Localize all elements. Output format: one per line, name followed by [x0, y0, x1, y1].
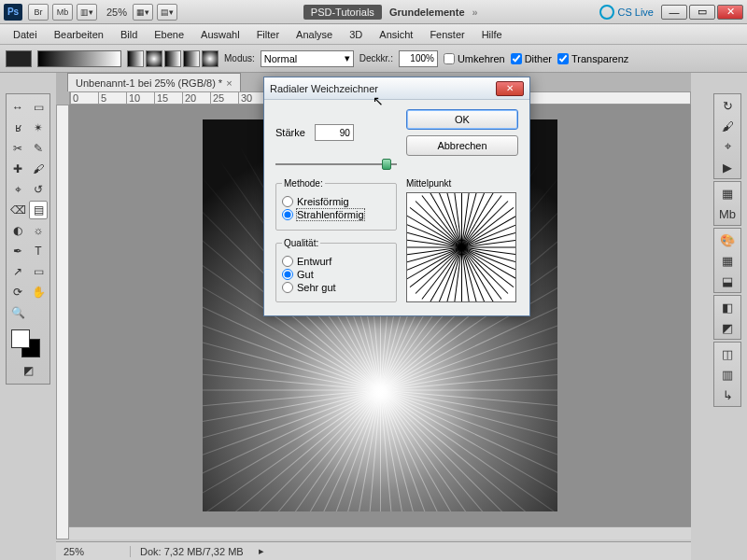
quality-legend: Qualität:: [282, 238, 320, 248]
magic-wand-tool[interactable]: ✴: [29, 119, 48, 137]
menu-hilfe[interactable]: Hilfe: [474, 26, 510, 43]
eraser-tool[interactable]: ⌫: [8, 201, 27, 219]
reverse-checkbox[interactable]: Umkehren: [444, 53, 505, 64]
gradient-tool[interactable]: ▤: [29, 201, 48, 219]
styles-panel-icon[interactable]: ⬓: [718, 273, 737, 289]
color-panel-icon[interactable]: 🎨: [718, 231, 737, 248]
app-logo: Ps: [4, 4, 22, 21]
blur-center-preview[interactable]: [406, 192, 516, 302]
status-doc-info[interactable]: Dok: 7,32 MB/7,32 MB: [131, 546, 253, 557]
menu-bar: Datei Bearbeiten Bild Ebene Auswahl Filt…: [0, 24, 747, 45]
swatches-panel-icon[interactable]: ▦: [718, 252, 737, 269]
gradient-reflected-icon[interactable]: [183, 50, 200, 67]
window-maximize-button[interactable]: ▭: [689, 5, 715, 20]
actions-panel-icon[interactable]: ▶: [718, 159, 737, 175]
workspace-name[interactable]: Grundelemente: [389, 7, 465, 18]
gradient-picker[interactable]: [37, 50, 121, 67]
menu-3d[interactable]: 3D: [342, 26, 370, 43]
gradient-diamond-icon[interactable]: [202, 50, 218, 67]
quality-draft-radio[interactable]: Entwurf: [282, 256, 390, 267]
gradient-radial-icon[interactable]: [146, 50, 162, 67]
move-tool[interactable]: ↔: [8, 98, 27, 117]
menu-datei[interactable]: Datei: [6, 26, 45, 43]
status-zoom[interactable]: 25%: [56, 546, 131, 557]
document-tab[interactable]: Unbenannt-1 bei 25% (RGB/8) * ×: [67, 73, 241, 91]
blur-tool[interactable]: ◐: [8, 221, 27, 240]
gradient-linear-icon[interactable]: [127, 50, 144, 67]
opacity-input[interactable]: 100%: [399, 50, 438, 67]
shape-tool[interactable]: ▭: [29, 262, 48, 281]
menu-fenster[interactable]: Fenster: [422, 26, 472, 43]
gradient-angle-icon[interactable]: [164, 50, 181, 67]
tool-preset-picker[interactable]: [6, 50, 32, 67]
method-zoom-radio[interactable]: Strahlenförmig: [282, 209, 390, 220]
marquee-tool[interactable]: ▭: [29, 98, 48, 117]
quality-good-radio[interactable]: Gut: [282, 269, 390, 280]
quality-best-radio[interactable]: Sehr gut: [282, 282, 390, 293]
channels-panel-icon[interactable]: ▥: [718, 366, 737, 383]
workspace-tag[interactable]: PSD-Tutorials: [303, 5, 382, 20]
amount-slider[interactable]: [275, 160, 397, 171]
transparency-checkbox[interactable]: Transparenz: [557, 53, 628, 64]
amount-input[interactable]: [315, 124, 354, 141]
menu-bild[interactable]: Bild: [113, 26, 145, 43]
cs-live-button[interactable]: CS Live: [599, 5, 654, 20]
zoom-tool[interactable]: 🔍: [8, 303, 27, 322]
menu-analyse[interactable]: Analyse: [289, 26, 340, 43]
bridge-button[interactable]: Br: [28, 4, 49, 21]
dither-checkbox[interactable]: Dither: [511, 53, 552, 64]
history-panel-icon[interactable]: ↻: [718, 97, 737, 114]
extras-button[interactable]: ▤▾: [157, 4, 177, 21]
dodge-tool[interactable]: ☼: [29, 221, 48, 240]
menu-ansicht[interactable]: Ansicht: [372, 26, 420, 43]
status-menu-icon[interactable]: ▸: [253, 545, 270, 557]
brush-tool[interactable]: 🖌: [29, 160, 48, 178]
quick-mask-toggle[interactable]: ◩: [19, 361, 37, 380]
arrange-button[interactable]: ▦▾: [133, 4, 153, 21]
zoom-display[interactable]: 25%: [106, 7, 127, 18]
horizontal-scrollbar[interactable]: [69, 526, 691, 539]
minibridge-panel-icon[interactable]: Mb: [718, 205, 737, 222]
method-spin-radio[interactable]: Kreisförmig: [282, 196, 390, 207]
blend-mode-value: Normal: [264, 53, 297, 64]
foreground-background-colors[interactable]: [8, 328, 48, 359]
window-minimize-button[interactable]: —: [661, 5, 687, 20]
dialog-titlebar[interactable]: Radialer Weichzeichner ✕: [264, 77, 529, 100]
menu-filter[interactable]: Filter: [249, 26, 287, 43]
path-select-tool[interactable]: ↗: [8, 262, 27, 281]
eyedropper-tool[interactable]: ✎: [29, 139, 48, 158]
adjustments-panel-icon[interactable]: ◧: [718, 299, 737, 315]
screen-mode-button[interactable]: ▥▾: [77, 4, 97, 21]
foreground-color-swatch[interactable]: [11, 329, 30, 348]
pen-tool[interactable]: ✒: [8, 242, 27, 260]
menu-bearbeiten[interactable]: Bearbeiten: [47, 26, 111, 43]
rotate-view-tool[interactable]: ⟳: [8, 283, 27, 301]
cancel-button[interactable]: Abbrechen: [406, 135, 518, 156]
window-close-button[interactable]: ✕: [717, 5, 743, 20]
crop-tool[interactable]: ✂: [8, 139, 27, 158]
close-tab-icon[interactable]: ×: [226, 77, 232, 89]
layers-panel-icon[interactable]: ◫: [718, 345, 737, 362]
dialog-close-button[interactable]: ✕: [496, 81, 524, 96]
stamp-tool[interactable]: ⌖: [8, 180, 27, 199]
history-brush-tool[interactable]: ↺: [29, 180, 48, 199]
lasso-tool[interactable]: ʁ: [8, 119, 27, 137]
menu-ebene[interactable]: Ebene: [147, 26, 191, 43]
paths-panel-icon[interactable]: ↳: [718, 386, 737, 403]
clone-panel-icon[interactable]: ⌖: [718, 138, 737, 155]
minibridge-button[interactable]: Mb: [52, 4, 73, 21]
panel-icon[interactable]: ▦: [718, 185, 737, 202]
center-label: Mittelpunkt: [406, 178, 518, 189]
slider-thumb-icon[interactable]: [382, 159, 391, 170]
type-tool[interactable]: T: [29, 242, 48, 260]
workspace-overflow-icon[interactable]: »: [472, 7, 478, 18]
masks-panel-icon[interactable]: ◩: [718, 319, 737, 336]
heal-tool[interactable]: ✚: [8, 160, 27, 178]
hand-tool[interactable]: ✋: [29, 283, 48, 301]
ok-button[interactable]: OK: [406, 109, 518, 130]
options-bar: Modus: Normal▾ Deckkr.: 100% Umkehren Di…: [0, 45, 747, 73]
blend-mode-dropdown[interactable]: Normal▾: [261, 50, 354, 67]
brush-panel-icon[interactable]: 🖌: [718, 118, 737, 134]
reverse-label: Umkehren: [458, 53, 505, 64]
menu-auswahl[interactable]: Auswahl: [193, 26, 247, 43]
